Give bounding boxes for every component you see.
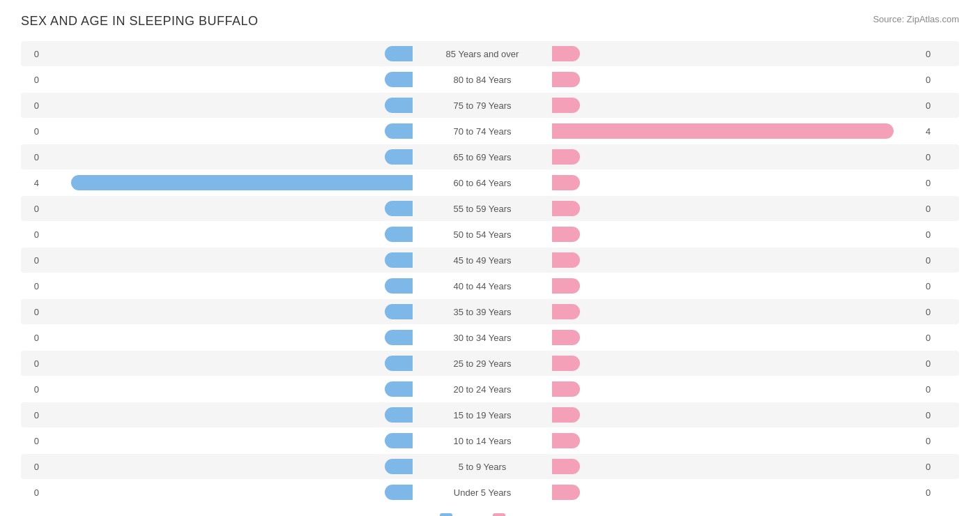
male-bar [385,485,413,500]
age-label: 20 to 24 Years [413,384,552,395]
legend-male: Male [440,513,476,516]
chart-footer: 4 Male Female 4 [21,513,959,516]
female-bar-container [552,381,921,397]
female-bar-container [552,330,921,345]
male-value: 0 [21,49,43,59]
male-value: 0 [21,204,43,214]
female-bar [552,278,580,294]
chart-area: 0 85 Years and over 0 0 80 to 84 Years 0… [21,41,959,505]
bar-row: 4 60 to 64 Years 0 [21,170,959,195]
female-bar [552,123,894,139]
male-bar [385,201,413,216]
age-label: 25 to 29 Years [413,358,552,369]
female-value: 0 [921,229,944,240]
age-label: 50 to 54 Years [413,229,552,240]
male-value: 0 [21,281,43,291]
age-label: 55 to 59 Years [413,204,552,214]
male-bar [385,227,413,242]
bar-row: 0 10 to 14 Years 0 [21,428,959,453]
female-bar-container [552,459,921,474]
bar-row: 0 15 to 19 Years 0 [21,402,959,427]
male-bar [385,46,413,61]
female-value: 0 [921,178,944,188]
bar-row: 0 25 to 29 Years 0 [21,351,959,376]
male-bar-container [43,252,413,268]
female-value: 0 [921,100,944,111]
male-value: 0 [21,126,43,137]
bar-row: 0 70 to 74 Years 4 [21,119,959,144]
female-value: 0 [921,410,944,420]
female-bar-container [552,149,921,165]
male-bar-container [43,330,413,345]
female-bar [552,227,580,242]
male-bar-container [43,175,413,190]
female-bar [552,433,580,448]
female-bar-container [552,433,921,448]
female-bar [552,175,580,190]
male-bar-container [43,381,413,397]
female-bar [552,201,580,216]
male-bar [385,252,413,268]
female-bar [552,46,580,61]
chart-title: SEX AND AGE IN SLEEPING BUFFALO [21,14,259,29]
bar-row: 0 40 to 44 Years 0 [21,273,959,298]
male-bar-container [43,201,413,216]
male-bar [385,149,413,165]
bar-row: 0 45 to 49 Years 0 [21,248,959,273]
female-value: 0 [921,307,944,317]
male-value: 0 [21,152,43,162]
female-bar [552,72,580,87]
male-value: 0 [21,384,43,395]
male-value: 0 [21,436,43,446]
female-value: 0 [921,384,944,395]
age-label: 45 to 49 Years [413,255,552,266]
source-label: Source: ZipAtlas.com [873,14,959,24]
male-value: 0 [21,75,43,85]
male-value: 0 [21,462,43,472]
male-swatch [440,513,452,516]
female-bar-container [552,98,921,113]
male-value: 0 [21,333,43,343]
age-label: Under 5 Years [413,487,552,498]
female-bar [552,407,580,423]
female-bar [552,356,580,371]
male-bar-container [43,407,413,423]
male-bar [71,175,413,190]
female-bar-container [552,278,921,294]
age-label: 85 Years and over [413,49,552,59]
female-swatch [493,513,505,516]
female-bar [552,330,580,345]
female-value: 0 [921,152,944,162]
age-label: 40 to 44 Years [413,281,552,291]
female-bar [552,98,580,113]
female-bar-container [552,356,921,371]
male-value: 0 [21,100,43,111]
male-bar [385,330,413,345]
female-bar [552,485,580,500]
bar-row: 0 65 to 69 Years 0 [21,144,959,169]
female-bar-container [552,123,921,139]
age-label: 60 to 64 Years [413,178,552,188]
male-bar [385,304,413,319]
female-bar-container [552,252,921,268]
female-value: 4 [921,126,944,137]
female-value: 0 [921,75,944,85]
female-bar [552,459,580,474]
male-bar-container [43,123,413,139]
male-bar-container [43,227,413,242]
male-value: 0 [21,358,43,369]
age-label: 35 to 39 Years [413,307,552,317]
bar-row: 0 Under 5 Years 0 [21,480,959,505]
bar-row: 0 20 to 24 Years 0 [21,377,959,402]
age-label: 5 to 9 Years [413,462,552,472]
bar-row: 0 5 to 9 Years 0 [21,454,959,479]
age-label: 70 to 74 Years [413,126,552,137]
female-value: 0 [921,281,944,291]
age-label: 80 to 84 Years [413,75,552,85]
male-bar [385,98,413,113]
bar-row: 0 85 Years and over 0 [21,41,959,66]
male-bar-container [43,356,413,371]
chart-header: SEX AND AGE IN SLEEPING BUFFALO Source: … [21,14,959,29]
male-bar [385,356,413,371]
female-bar [552,304,580,319]
